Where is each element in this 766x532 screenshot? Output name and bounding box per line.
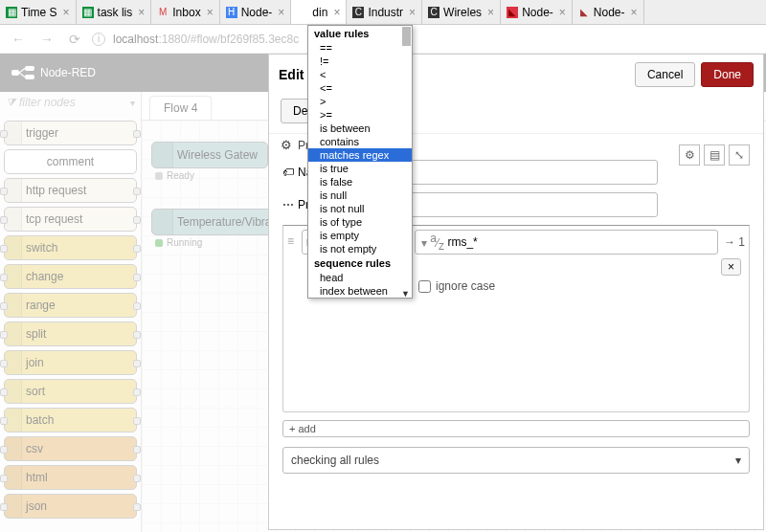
favicon-gmail: M	[157, 7, 169, 18]
browser-tab[interactable]: ▦task lis×	[77, 0, 152, 24]
browser-tab[interactable]: ▦Time S×	[0, 0, 77, 24]
rule-output-label: → 1	[724, 235, 745, 249]
dropdown-option[interactable]: is not null	[308, 202, 412, 215]
dropdown-option[interactable]: >=	[308, 108, 412, 122]
tab-close-icon[interactable]: ×	[487, 6, 494, 19]
dropdown-option[interactable]: index between	[308, 284, 412, 298]
browser-tab[interactable]: ◣Node-×	[573, 0, 644, 24]
browser-tab[interactable]: CWireles×	[422, 0, 501, 24]
favicon-h: H	[226, 7, 237, 18]
dropdown-option[interactable]: head	[308, 271, 412, 284]
book-button[interactable]: ▤	[704, 144, 725, 166]
done-button[interactable]: Done	[701, 62, 754, 87]
dots-icon: ⋯	[282, 198, 294, 211]
dropdown-option[interactable]: is null	[308, 188, 412, 202]
add-rule-button[interactable]: + add	[282, 420, 750, 437]
favicon-nodered: ◣	[507, 7, 518, 18]
dropdown-option[interactable]: is between	[308, 122, 412, 135]
dropdown-option[interactable]: is empty	[308, 229, 412, 242]
favicon	[297, 7, 308, 18]
rule-remove-button[interactable]: ×	[721, 258, 741, 276]
chevron-down-icon: ▾	[735, 454, 741, 467]
browser-tab[interactable]: din×	[291, 0, 347, 24]
dropdown-option[interactable]: matches regex	[308, 148, 412, 162]
operator-dropdown: ▲ value rules ==!=<<=>>=is betweencontai…	[307, 25, 413, 299]
check-mode-select[interactable]: checking all rules▾	[282, 447, 750, 474]
drag-handle-icon[interactable]: ≡	[287, 230, 294, 248]
tab-close-icon[interactable]: ×	[138, 6, 145, 19]
favicon-sheets: ▦	[6, 7, 17, 18]
scroll-down-icon[interactable]: ▼	[401, 289, 410, 299]
favicon-nodered: ◣	[578, 7, 590, 18]
dropdown-option[interactable]: >	[308, 95, 412, 108]
tab-close-icon[interactable]: ×	[63, 6, 70, 19]
browser-tab[interactable]: CIndustr×	[347, 0, 422, 24]
expand-button[interactable]: ⤡	[729, 144, 750, 166]
cancel-button[interactable]: Cancel	[635, 62, 695, 87]
dropdown-group-label: value rules	[308, 26, 412, 41]
favicon-c: C	[428, 7, 439, 18]
tab-close-icon[interactable]: ×	[333, 6, 340, 19]
dropdown-option[interactable]: contains	[308, 135, 412, 148]
cog-icon: ⚙	[281, 138, 292, 152]
tab-close-icon[interactable]: ×	[559, 6, 566, 19]
dropdown-option[interactable]: is true	[308, 162, 412, 175]
dropdown-option[interactable]: is not empty	[308, 242, 412, 255]
favicon-c: C	[352, 7, 364, 18]
dropdown-option[interactable]: is false	[308, 175, 412, 188]
dropdown-option[interactable]: <	[308, 68, 412, 81]
dropdown-option[interactable]: <=	[308, 81, 412, 95]
browser-tab[interactable]: MInbox×	[151, 0, 219, 24]
tab-close-icon[interactable]: ×	[207, 6, 214, 19]
favicon-sheets: ▦	[82, 7, 94, 18]
tag-icon: 🏷	[282, 166, 294, 179]
browser-tab[interactable]: HNode-×	[220, 0, 292, 24]
rule-value-input[interactable]: ▾ a⁄z rms_*	[415, 230, 718, 255]
browser-tab[interactable]: ◣Node-×	[501, 0, 573, 24]
tab-close-icon[interactable]: ×	[631, 6, 638, 19]
dropdown-option[interactable]: !=	[308, 55, 412, 68]
tab-close-icon[interactable]: ×	[278, 6, 284, 19]
tab-close-icon[interactable]: ×	[409, 6, 416, 19]
ignore-case-checkbox[interactable]: ignore case	[415, 279, 745, 293]
cog-button[interactable]: ⚙	[679, 144, 700, 166]
dropdown-option[interactable]: is of type	[308, 215, 412, 229]
dropdown-group-label: sequence rules	[308, 255, 412, 271]
dropdown-option[interactable]: ==	[308, 41, 412, 55]
scrollbar-thumb[interactable]	[402, 27, 411, 46]
browser-tab-strip: ▦Time S× ▦task lis× MInbox× HNode-× din×…	[0, 0, 766, 25]
